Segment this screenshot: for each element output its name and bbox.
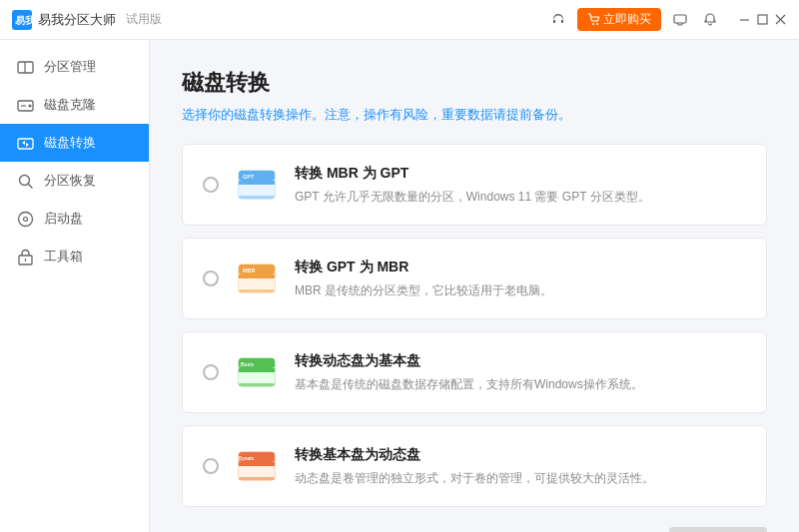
radio-mbr-to-gpt[interactable] <box>203 177 219 193</box>
svg-rect-29 <box>239 274 275 278</box>
sidebar-label-disk-convert: 磁盘转换 <box>44 134 96 152</box>
sidebar-label-toolbox: 工具箱 <box>44 248 83 266</box>
svg-point-3 <box>596 23 598 25</box>
boot-disk-icon <box>16 210 34 228</box>
page-title: 磁盘转换 <box>182 68 767 98</box>
svg-rect-6 <box>758 15 767 24</box>
maximize-button[interactable] <box>755 13 769 27</box>
text-dynamic-to-basic: 转换动态盘为基本盘 基本盘是传统的磁盘数据存储配置，支持所有Windows操作系… <box>295 352 746 393</box>
svg-rect-35 <box>239 368 275 372</box>
svg-rect-37 <box>239 383 275 386</box>
disk-convert-icon <box>16 134 34 152</box>
icon-mbr-to-gpt: GPT <box>235 163 279 207</box>
radio-basic-to-dynamic[interactable] <box>203 458 219 474</box>
svg-text:MBR: MBR <box>243 267 256 273</box>
svg-text:Basic: Basic <box>241 361 255 367</box>
bell-icon[interactable] <box>699 9 721 31</box>
desc-gpt-to-mbr: MBR 是传统的分区类型，它比较适用于老电脑。 <box>295 281 746 299</box>
icon-basic-to-dynamic: Dynam <box>235 444 279 488</box>
title-dynamic-to-basic: 转换动态盘为基本盘 <box>295 352 746 370</box>
main-layout: 分区管理 磁盘克隆 磁盘转换 分区恢复 启动盘 <box>0 40 799 532</box>
svg-line-16 <box>28 184 32 188</box>
titlebar-controls: 立即购买 <box>547 8 787 31</box>
text-gpt-to-mbr: 转换 GPT 为 MBR MBR 是传统的分区类型，它比较适用于老电脑。 <box>295 259 746 299</box>
minimize-button[interactable] <box>737 13 751 27</box>
sidebar-item-partition-manage[interactable]: 分区管理 <box>0 48 149 86</box>
radio-gpt-to-mbr[interactable] <box>203 270 219 286</box>
sidebar-item-boot-disk[interactable]: 启动盘 <box>0 200 149 238</box>
sidebar-label-partition-recovery: 分区恢复 <box>44 172 96 190</box>
desc-mbr-to-gpt: GPT 允许几乎无限数量的分区，Windows 11 需要 GPT 分区类型。 <box>295 188 746 206</box>
svg-rect-31 <box>239 289 275 292</box>
buy-button[interactable]: 立即购买 <box>577 8 661 31</box>
page-subtitle: 选择你的磁盘转换操作。注意，操作有风险，重要数据请提前备份。 <box>182 106 767 124</box>
icon-dynamic-to-basic: Basic <box>235 350 279 394</box>
content-area: 磁盘转换 选择你的磁盘转换操作。注意，操作有风险，重要数据请提前备份。 GPT … <box>150 40 799 532</box>
radio-dynamic-to-basic[interactable] <box>203 364 219 380</box>
window-controls <box>737 13 787 27</box>
svg-rect-23 <box>239 181 275 185</box>
desc-basic-to-dynamic: 动态盘是卷管理的独立形式，对于卷的管理，可提供较大的灵活性。 <box>295 469 746 487</box>
svg-point-17 <box>18 212 32 226</box>
disk-clone-icon <box>16 96 34 114</box>
title-mbr-to-gpt: 转换 MBR 为 GPT <box>295 165 746 183</box>
partition-recovery-icon <box>16 172 34 190</box>
svg-rect-43 <box>239 477 275 480</box>
option-dynamic-to-basic[interactable]: Basic 转换动态盘为基本盘 基本盘是传统的磁盘数据存储配置，支持所有Wind… <box>182 331 767 413</box>
svg-rect-4 <box>674 15 686 23</box>
svg-rect-14 <box>18 139 33 149</box>
svg-point-12 <box>28 104 31 107</box>
sidebar: 分区管理 磁盘克隆 磁盘转换 分区恢复 启动盘 <box>0 40 150 532</box>
svg-text:GPT: GPT <box>243 174 255 180</box>
sidebar-item-disk-convert[interactable]: 磁盘转换 <box>0 124 149 162</box>
title-gpt-to-mbr: 转换 GPT 为 MBR <box>295 259 746 276</box>
app-name: 易我分区大师 <box>38 11 116 29</box>
svg-text:Dynam: Dynam <box>239 456 254 461</box>
sidebar-item-toolbox[interactable]: 工具箱 <box>0 238 149 275</box>
svg-rect-41 <box>239 462 275 466</box>
icon-gpt-to-mbr: MBR <box>235 257 279 300</box>
toolbox-icon <box>16 248 34 266</box>
text-basic-to-dynamic: 转换基本盘为动态盘 动态盘是卷管理的独立形式，对于卷的管理，可提供较大的灵活性。 <box>295 446 746 487</box>
app-logo: 易我 易我分区大师 试用版 <box>12 10 162 30</box>
sidebar-item-disk-clone[interactable]: 磁盘克隆 <box>0 86 149 124</box>
desc-dynamic-to-basic: 基本盘是传统的磁盘数据存储配置，支持所有Windows操作系统。 <box>295 375 746 393</box>
sidebar-label-boot-disk: 启动盘 <box>44 210 83 228</box>
titlebar: 易我 易我分区大师 试用版 立即购买 <box>0 0 799 40</box>
close-button[interactable] <box>773 13 787 27</box>
message-icon[interactable] <box>669 9 691 31</box>
headphone-icon[interactable] <box>547 9 569 31</box>
trial-badge: 试用版 <box>126 11 162 28</box>
option-mbr-to-gpt[interactable]: GPT 转换 MBR 为 GPT GPT 允许几乎无限数量的分区，Windows… <box>182 144 767 226</box>
sidebar-item-partition-recovery[interactable]: 分区恢复 <box>0 162 149 200</box>
sidebar-label-partition-manage: 分区管理 <box>44 58 96 76</box>
app-logo-icon: 易我 <box>12 10 32 30</box>
svg-point-2 <box>592 23 594 25</box>
sidebar-label-disk-clone: 磁盘克隆 <box>44 96 96 114</box>
option-gpt-to-mbr[interactable]: MBR 转换 GPT 为 MBR MBR 是传统的分区类型，它比较适用于老电脑。 <box>182 238 767 319</box>
title-basic-to-dynamic: 转换基本盘为动态盘 <box>295 446 746 464</box>
text-mbr-to-gpt: 转换 MBR 为 GPT GPT 允许几乎无限数量的分区，Windows 11 … <box>295 165 746 206</box>
bottom-bar: 下一步 <box>182 519 767 532</box>
svg-point-18 <box>23 217 27 221</box>
svg-text:易我: 易我 <box>15 15 32 26</box>
next-button[interactable]: 下一步 <box>669 527 767 532</box>
option-basic-to-dynamic[interactable]: Dynam 转换基本盘为动态盘 动态盘是卷管理的独立形式，对于卷的管理，可提供较… <box>182 425 767 507</box>
svg-rect-25 <box>239 196 275 199</box>
partition-manage-icon <box>16 58 34 76</box>
